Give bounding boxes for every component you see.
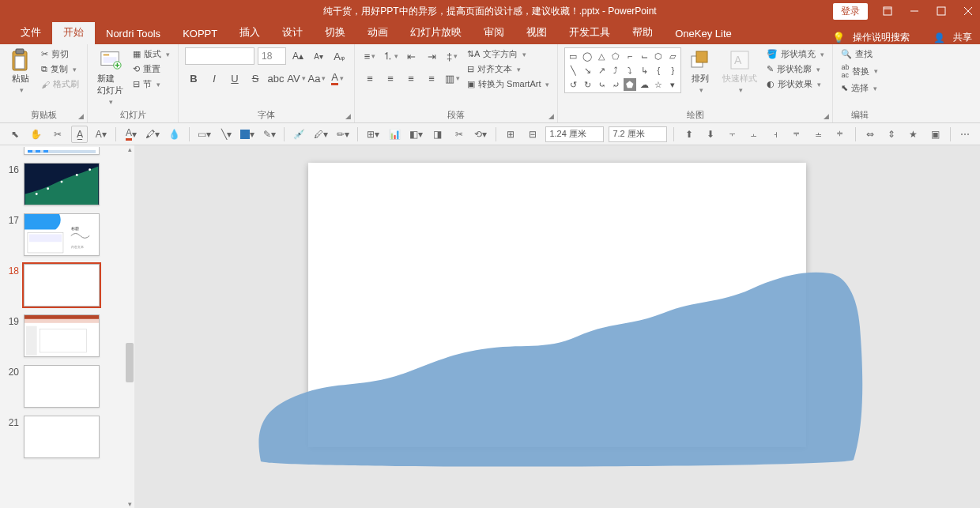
qat-merge[interactable]: ◨ [429, 126, 446, 143]
freeform-shape[interactable] [245, 264, 869, 469]
scrollbar-handle[interactable] [126, 343, 134, 382]
font-launcher[interactable]: ◢ [343, 111, 352, 121]
arrange-button[interactable]: 排列▾ [686, 47, 714, 96]
slide-thumb-21[interactable] [24, 416, 100, 458]
qat-align[interactable]: ⊞▾ [364, 126, 381, 143]
slide-thumb-18[interactable] [24, 264, 100, 307]
spacing-button[interactable]: AV▾ [288, 70, 305, 87]
clipboard-launcher[interactable]: ◢ [76, 111, 85, 121]
qat-group[interactable]: ⊞ [503, 126, 519, 143]
qat-align-top[interactable]: ⫧ [789, 126, 805, 143]
tab-home[interactable]: 开始 [52, 21, 95, 44]
paste-button[interactable]: 粘贴▾ [6, 47, 35, 96]
qat-align-bottom[interactable]: ⫩ [831, 126, 848, 143]
convert-smartart-button[interactable]: ▣转换为 SmartArt▾ [466, 77, 551, 91]
qat-chart[interactable]: 📊 [386, 126, 402, 143]
tab-help[interactable]: 帮助 [621, 21, 664, 44]
shape-height-input[interactable] [609, 126, 667, 142]
tab-review[interactable]: 审阅 [473, 21, 515, 44]
ribbon-display-options-button[interactable] [880, 4, 895, 18]
shadow-button[interactable]: abc [267, 70, 285, 87]
tab-koppt[interactable]: KOPPT [172, 23, 228, 44]
increase-font-button[interactable]: A▴ [289, 47, 307, 65]
thumbnail-scrollbar[interactable]: ▴ ▾ [125, 145, 134, 508]
tab-nordri[interactable]: Nordri Tools [95, 23, 172, 44]
slide-thumb-19[interactable] [24, 314, 100, 357]
qat-lasso[interactable]: ✂ [50, 126, 66, 143]
clear-format-button[interactable]: Aᵩ [330, 47, 348, 65]
shapes-gallery[interactable]: ▭◯△⬠⌐⌙⬡▱ ╲↘↗⤴⤵↳{} ↺↻⤿⤾⬟☁☆▾ [564, 47, 681, 93]
qat-trans[interactable]: ▣ [926, 126, 943, 143]
cut-button[interactable]: ✂剪切 [40, 47, 81, 61]
tab-design[interactable]: 设计 [271, 21, 314, 44]
change-case-button[interactable]: Aa▾ [308, 70, 326, 87]
share-button[interactable]: 共享 [953, 31, 972, 44]
shape-fill-button[interactable]: 🪣形状填充▾ [765, 47, 826, 61]
qat-dist-h[interactable]: ⇔ [862, 126, 879, 143]
qat-send-back[interactable]: ⬇ [703, 126, 719, 143]
slide-thumb-15[interactable] [24, 147, 100, 155]
qat-align-left[interactable]: ⫟ [724, 126, 741, 143]
slide-canvas[interactable] [134, 145, 980, 508]
underline-button[interactable]: U [226, 70, 243, 87]
qat-font-color[interactable]: A▾ [122, 126, 139, 143]
qat-outline-color[interactable]: ✎▾ [261, 126, 277, 143]
font-size-select[interactable] [258, 47, 286, 65]
align-text-button[interactable]: ⊟对齐文本▾ [466, 62, 551, 76]
slide-thumb-17[interactable]: 标题内容文本 [24, 213, 100, 256]
tab-file[interactable]: 文件 [9, 21, 52, 44]
qat-combine[interactable]: ◧▾ [408, 126, 424, 143]
bold-button[interactable]: B [185, 70, 202, 87]
align-left-button[interactable]: ≡ [361, 70, 379, 87]
qat-rotate[interactable]: ⟲▾ [473, 126, 489, 143]
justify-button[interactable]: ≡ [423, 70, 440, 87]
qat-highlight[interactable]: 🖍▾ [145, 126, 161, 143]
copy-button[interactable]: ⧉复制▾ [40, 62, 81, 76]
tab-slideshow[interactable]: 幻灯片放映 [399, 21, 473, 44]
qat-shape-rect[interactable]: ▭▾ [196, 126, 213, 143]
quick-styles-button[interactable]: A 快速样式▾ [719, 47, 760, 96]
qat-ungroup[interactable]: ⊟ [524, 126, 541, 143]
decrease-indent-button[interactable]: ⇤ [402, 47, 420, 65]
section-button[interactable]: ⊟节▾ [131, 77, 172, 91]
italic-button[interactable]: I [205, 70, 223, 87]
qat-cursor[interactable]: ⬉ [6, 126, 23, 143]
maximize-button[interactable] [934, 4, 948, 18]
text-direction-button[interactable]: ⇅A文字方向▾ [466, 47, 551, 61]
font-color-button[interactable]: A▾ [329, 70, 346, 87]
qat-pen[interactable]: 🖊▾ [313, 126, 330, 143]
qat-align-middle[interactable]: ⫨ [810, 126, 827, 143]
font-family-select[interactable] [185, 47, 254, 65]
slide-thumb-16[interactable] [24, 163, 100, 205]
bullets-button[interactable]: ≡▾ [361, 47, 379, 65]
qat-textbox[interactable]: A̲ [71, 126, 88, 143]
find-button[interactable]: 🔍查找 [839, 47, 880, 61]
align-right-button[interactable]: ≡ [402, 70, 420, 87]
columns-button[interactable]: ▥▾ [443, 70, 461, 87]
replace-button[interactable]: abac替换▾ [839, 62, 880, 80]
align-center-button[interactable]: ≡ [382, 70, 399, 87]
decrease-font-button[interactable]: A▾ [310, 47, 327, 65]
tell-me-search[interactable]: 操作说明搜索 [853, 31, 910, 44]
slide-thumb-20[interactable] [24, 365, 100, 408]
qat-hand[interactable]: ✋ [28, 126, 44, 143]
qat-eyedropper[interactable]: 💧 [166, 126, 183, 143]
line-spacing-button[interactable]: ‡▾ [443, 47, 461, 65]
format-painter-button[interactable]: 🖌格式刷 [40, 77, 81, 91]
paragraph-launcher[interactable]: ◢ [546, 111, 556, 121]
qat-align-center[interactable]: ⫠ [745, 126, 762, 143]
numbering-button[interactable]: ⒈▾ [382, 47, 399, 65]
increase-indent-button[interactable]: ⇥ [423, 47, 440, 65]
qat-shape-line[interactable]: ╲▾ [218, 126, 235, 143]
tab-insert[interactable]: 插入 [228, 21, 271, 44]
qat-pen-color[interactable]: ✏▾ [334, 126, 351, 143]
qat-crop[interactable]: ✂ [450, 126, 467, 143]
shape-outline-button[interactable]: ✎形状轮廓▾ [765, 62, 826, 76]
shape-width-input[interactable] [545, 126, 604, 142]
qat-more[interactable]: ⋯ [957, 126, 974, 143]
qat-dist-v[interactable]: ⇕ [884, 126, 900, 143]
tab-animations[interactable]: 动画 [356, 21, 399, 44]
login-button[interactable]: 登录 [833, 3, 868, 20]
minimize-button[interactable] [907, 4, 922, 18]
new-slide-button[interactable]: 新建 幻灯片▾ [94, 47, 126, 107]
